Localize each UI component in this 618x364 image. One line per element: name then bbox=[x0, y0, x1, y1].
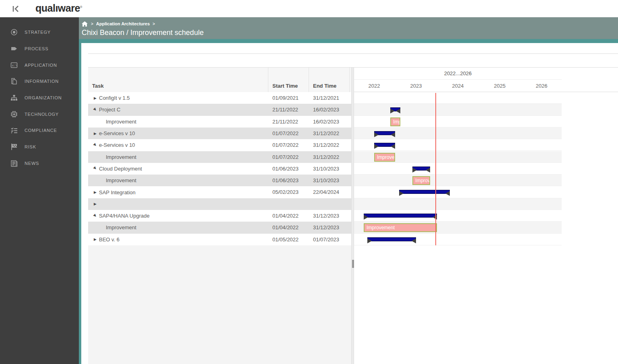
sidebar-item-label: COMPLIANCE bbox=[25, 128, 57, 133]
sidebar-item-technology[interactable]: TECHNOLOGY bbox=[0, 106, 79, 122]
task-name-cell: ▶e-Services v 10 bbox=[88, 128, 268, 139]
expand-toggle-icon[interactable]: ▶ bbox=[94, 202, 99, 206]
summary-bar[interactable] bbox=[399, 190, 450, 194]
end-time-cell: 31/12/2021 bbox=[309, 92, 350, 104]
sidebar-item-label: APPLICATION bbox=[25, 63, 57, 68]
improvement-bar[interactable]: Improvement bbox=[412, 176, 430, 185]
gantt-table-row[interactable]: Improvement21/11/202216/02/2023 bbox=[88, 116, 351, 128]
gantt-table-row[interactable]: ▶ConfigIt v 1.501/09/202131/12/2021 bbox=[88, 92, 351, 104]
expand-toggle-icon[interactable]: ▶ bbox=[94, 96, 99, 100]
sidebar-item-label: INFORMATION bbox=[25, 79, 59, 84]
sidebar-item-news[interactable]: NEWS bbox=[0, 155, 79, 172]
gantt-table-row[interactable]: ▶e-Services v 1001/07/202231/12/2022 bbox=[88, 128, 351, 139]
end-time-cell: 31/12/2022 bbox=[309, 128, 350, 139]
checklist-icon bbox=[10, 126, 19, 135]
table-empty-area bbox=[88, 245, 351, 364]
gantt-table-row[interactable]: ▶SAP Integration05/02/202322/04/2024 bbox=[88, 186, 351, 198]
summary-bar[interactable] bbox=[374, 131, 395, 135]
task-name-cell: Improvement bbox=[88, 116, 268, 128]
org-chart-icon bbox=[10, 93, 19, 102]
home-icon[interactable] bbox=[82, 21, 88, 27]
app-window: qualıware® STRATEGY PROCESS c:\ APPLICAT… bbox=[0, 0, 618, 364]
end-time-cell: 31/10/2023 bbox=[309, 163, 350, 175]
gantt-widget: Task Start Time End Time 2022...2026 202… bbox=[88, 53, 618, 364]
start-time-cell: 01/06/2023 bbox=[268, 163, 309, 175]
tag-icon bbox=[10, 44, 19, 53]
sidebar-item-risk[interactable]: RISK bbox=[0, 139, 79, 155]
qualiware-logo: qualıware® bbox=[35, 2, 82, 14]
gantt-chart-row bbox=[354, 198, 562, 210]
gantt-table-row[interactable]: ▶ bbox=[88, 198, 351, 210]
sidebar-item-process[interactable]: PROCESS bbox=[0, 41, 79, 57]
breadcrumb: > Application Architectures > bbox=[82, 21, 158, 27]
gantt-table-row[interactable]: ▶SAP4/HANA Upgrade01/04/202231/12/2023 bbox=[88, 210, 351, 222]
table-vertical-scrollbar[interactable] bbox=[351, 68, 354, 364]
summary-bar[interactable] bbox=[364, 214, 437, 218]
gantt-toolbar bbox=[88, 54, 618, 68]
newspaper-icon bbox=[10, 159, 19, 168]
task-name-cell: ▶Project C bbox=[88, 104, 268, 115]
gantt-table-row[interactable]: Improvement01/07/202231/12/2022 bbox=[88, 151, 351, 163]
sidebar-item-information[interactable]: INFORMATION bbox=[0, 73, 79, 90]
end-time-cell bbox=[309, 198, 350, 210]
documents-icon bbox=[10, 77, 19, 86]
sidebar-item-label: NEWS bbox=[25, 161, 39, 166]
end-time-cell: 01/07/2023 bbox=[309, 234, 350, 245]
task-name: Improvement bbox=[106, 177, 136, 183]
sidebar-item-label: STRATEGY bbox=[25, 30, 51, 35]
summary-bar[interactable] bbox=[390, 107, 400, 111]
gantt-table-row[interactable]: ▶Cloud Deployment01/06/202331/10/2023 bbox=[88, 163, 351, 175]
gantt-table-row[interactable]: Improvement01/04/202231/12/2023 bbox=[88, 222, 351, 233]
sidebar-item-application[interactable]: c:\ APPLICATION bbox=[0, 57, 79, 73]
start-time-cell: 01/06/2023 bbox=[268, 175, 309, 186]
task-name: Improvement bbox=[106, 119, 136, 125]
gantt-chart-row bbox=[354, 186, 562, 198]
task-name: SAP Integration bbox=[99, 189, 136, 195]
collapse-toggle-icon[interactable]: ▶ bbox=[93, 107, 99, 113]
today-marker-line bbox=[435, 93, 436, 245]
collapse-toggle-icon[interactable]: ▶ bbox=[93, 213, 99, 219]
end-time-cell: 31/12/2022 bbox=[309, 139, 350, 151]
start-time-cell: 01/07/2022 bbox=[268, 139, 309, 151]
sidebar-item-strategy[interactable]: STRATEGY bbox=[0, 24, 79, 41]
sidebar-item-organization[interactable]: ORGANIZATION bbox=[0, 90, 79, 106]
improvement-bar[interactable]: Improvement bbox=[390, 117, 400, 126]
task-name-cell: ▶Cloud Deployment bbox=[88, 163, 268, 175]
task-name: Improvement bbox=[106, 154, 136, 160]
start-time-cell: 01/05/2022 bbox=[268, 234, 309, 245]
timeline-year-label: 2024 bbox=[437, 80, 479, 92]
accent-left-border bbox=[79, 43, 81, 364]
column-header-end-time: End Time bbox=[309, 68, 350, 92]
task-name-cell: Improvement bbox=[88, 175, 268, 186]
breadcrumb-link[interactable]: Application Architectures bbox=[96, 21, 150, 26]
sidebar-item-compliance[interactable]: COMPLIANCE bbox=[0, 122, 79, 139]
improvement-bar[interactable]: Improvement bbox=[374, 153, 395, 162]
summary-bar[interactable] bbox=[374, 143, 395, 147]
collapse-toggle-icon[interactable]: ▶ bbox=[93, 166, 99, 172]
end-time-cell: 31/12/2023 bbox=[309, 210, 350, 222]
gantt-table-row[interactable]: Improvement01/06/202331/10/2023 bbox=[88, 175, 351, 186]
improvement-bar[interactable]: Improvement bbox=[364, 223, 437, 232]
sidebar-item-label: TECHNOLOGY bbox=[25, 112, 59, 117]
sidebar-collapse-icon[interactable] bbox=[10, 4, 21, 14]
gantt-table-row[interactable]: ▶e-Services v 1001/07/202231/12/2022 bbox=[88, 139, 351, 151]
summary-bar[interactable] bbox=[412, 167, 430, 171]
task-name: Project C bbox=[99, 107, 120, 113]
scrollbar-thumb[interactable] bbox=[352, 260, 354, 268]
column-header-start-time: Start Time bbox=[268, 68, 309, 92]
task-name-cell: Improvement bbox=[88, 151, 268, 163]
expand-toggle-icon[interactable]: ▶ bbox=[94, 190, 99, 194]
gantt-table-row[interactable]: ▶Project C21/11/202216/02/2023 bbox=[88, 104, 351, 115]
task-name-cell: ▶ConfigIt v 1.5 bbox=[88, 92, 268, 104]
expand-toggle-icon[interactable]: ▶ bbox=[94, 132, 99, 136]
expand-toggle-icon[interactable]: ▶ bbox=[94, 237, 99, 241]
gantt-chart-row bbox=[354, 116, 562, 128]
task-name: e-Services v 10 bbox=[99, 130, 135, 136]
end-time-cell: 16/02/2023 bbox=[309, 116, 350, 128]
task-name-cell: ▶SAP4/HANA Upgrade bbox=[88, 210, 268, 222]
gantt-table-row[interactable]: ▶BEO v. 601/05/202201/07/2023 bbox=[88, 234, 351, 245]
task-name: Cloud Deployment bbox=[99, 166, 142, 172]
summary-bar[interactable] bbox=[367, 237, 416, 241]
collapse-toggle-icon[interactable]: ▶ bbox=[93, 142, 99, 148]
gantt-chart-area: ImprovementImprovementImprovementImprove… bbox=[354, 92, 618, 364]
